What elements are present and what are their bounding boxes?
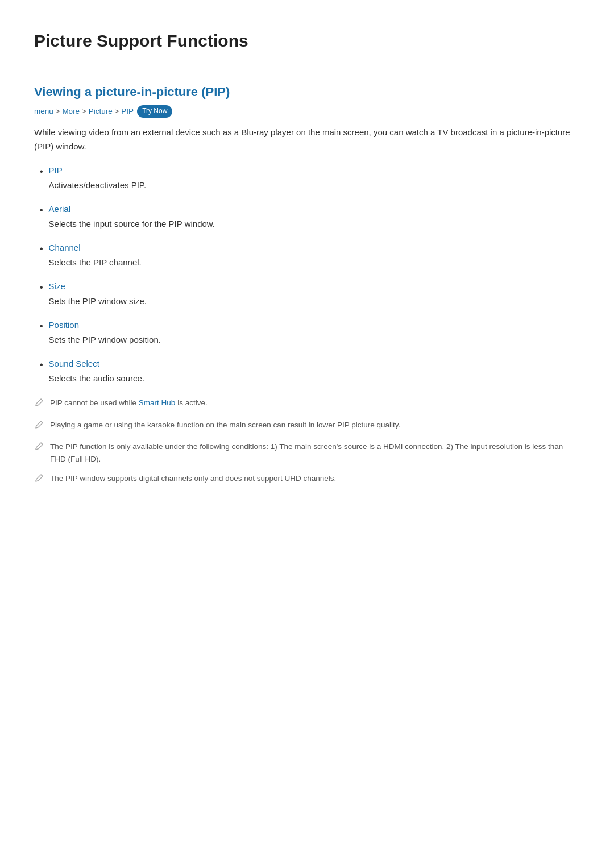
list-item: • Size Sets the PIP window size. xyxy=(40,280,580,308)
bullet-icon: • xyxy=(40,203,43,218)
note-smart-hub-link[interactable]: Smart Hub xyxy=(139,398,176,407)
note-item: The PIP window supports digital channels… xyxy=(34,472,580,488)
bullet-icon: • xyxy=(40,280,43,295)
pencil-icon xyxy=(34,473,44,488)
breadcrumb-pip[interactable]: PIP xyxy=(121,105,134,118)
note-text: The PIP function is only available under… xyxy=(50,441,580,465)
pencil-icon xyxy=(34,420,44,434)
section-intro: While viewing video from an external dev… xyxy=(34,126,580,154)
feature-name: Channel xyxy=(49,241,142,255)
note-text-after: is active. xyxy=(175,398,207,407)
note-text: Playing a game or using the karaoke func… xyxy=(50,419,400,431)
breadcrumb-menu[interactable]: menu xyxy=(34,105,53,118)
feature-desc: Sets the PIP window size. xyxy=(49,294,147,308)
breadcrumb-more[interactable]: More xyxy=(62,105,80,118)
note-text: The PIP window supports digital channels… xyxy=(50,472,336,485)
bullet-icon: • xyxy=(40,319,43,334)
list-item: • Channel Selects the PIP channel. xyxy=(40,241,580,269)
notes-section: PIP cannot be used while Smart Hub is ac… xyxy=(34,397,580,487)
feature-name: PIP xyxy=(49,164,146,177)
bullet-icon: • xyxy=(40,358,43,372)
feature-desc: Selects the input source for the PIP win… xyxy=(49,217,215,231)
feature-name: Aerial xyxy=(49,202,215,216)
feature-size: Size Sets the PIP window size. xyxy=(49,280,147,308)
breadcrumb: menu > More > Picture > PIP Try Now xyxy=(34,105,580,118)
list-item: • Aerial Selects the input source for th… xyxy=(40,202,580,231)
breadcrumb-sep-2: > xyxy=(82,106,86,118)
note-text: PIP cannot be used while Smart Hub is ac… xyxy=(50,397,208,409)
bullet-icon: • xyxy=(40,164,43,179)
breadcrumb-sep-1: > xyxy=(56,106,60,118)
note-item: The PIP function is only available under… xyxy=(34,441,580,465)
bullet-icon: • xyxy=(40,242,43,256)
feature-name: Sound Select xyxy=(49,357,144,371)
feature-desc: Activates/deactivates PIP. xyxy=(49,178,146,192)
feature-desc: Selects the audio source. xyxy=(49,372,144,385)
feature-list: • PIP Activates/deactivates PIP. • Aeria… xyxy=(40,164,580,385)
note-item: Playing a game or using the karaoke func… xyxy=(34,419,580,434)
try-now-badge[interactable]: Try Now xyxy=(137,105,172,117)
feature-desc: Selects the PIP channel. xyxy=(49,256,142,269)
list-item: • Sound Select Selects the audio source. xyxy=(40,357,580,385)
feature-pip: PIP Activates/deactivates PIP. xyxy=(49,164,146,192)
pencil-icon xyxy=(34,397,44,412)
page-title: Picture Support Functions xyxy=(34,27,580,55)
breadcrumb-picture[interactable]: Picture xyxy=(89,105,113,118)
feature-aerial: Aerial Selects the input source for the … xyxy=(49,202,215,231)
breadcrumb-sep-3: > xyxy=(115,106,119,118)
note-text-before: PIP cannot be used while xyxy=(50,398,139,407)
feature-name: Size xyxy=(49,280,147,293)
feature-name: Position xyxy=(49,318,161,332)
feature-channel: Channel Selects the PIP channel. xyxy=(49,241,142,269)
list-item: • PIP Activates/deactivates PIP. xyxy=(40,164,580,192)
section-title: Viewing a picture-in-picture (PIP) xyxy=(34,82,580,102)
feature-sound-select: Sound Select Selects the audio source. xyxy=(49,357,144,385)
feature-desc: Sets the PIP window position. xyxy=(49,333,161,347)
feature-position: Position Sets the PIP window position. xyxy=(49,318,161,347)
list-item: • Position Sets the PIP window position. xyxy=(40,318,580,347)
pencil-icon xyxy=(34,441,44,456)
note-item: PIP cannot be used while Smart Hub is ac… xyxy=(34,397,580,412)
